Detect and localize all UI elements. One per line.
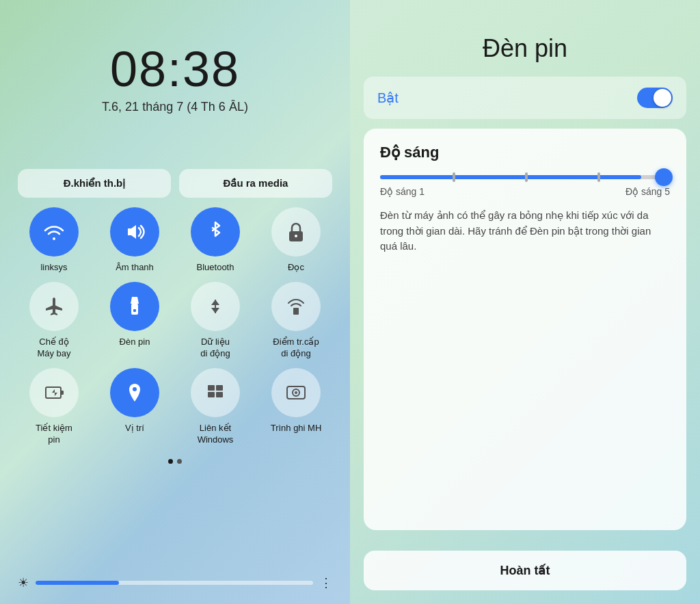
airplane-label: Chế độMáy bay bbox=[37, 337, 70, 360]
media-output-btn[interactable]: Đầu ra media bbox=[179, 169, 332, 198]
data-icon bbox=[203, 294, 228, 319]
wifi-icon bbox=[42, 220, 66, 244]
windows-icon bbox=[203, 380, 228, 405]
more-icon[interactable]: ⋮ bbox=[320, 575, 332, 590]
record-icon bbox=[284, 380, 308, 405]
dot-1 bbox=[168, 459, 173, 464]
battery-btn[interactable] bbox=[29, 368, 79, 417]
windows-btn[interactable] bbox=[191, 368, 240, 417]
bluetooth-icon bbox=[203, 220, 228, 244]
hotspot-cell[interactable]: Điểm tr.cấpdi động bbox=[260, 282, 332, 360]
slider-tick-2 bbox=[525, 172, 528, 182]
slider-max-label: Độ sáng 5 bbox=[625, 186, 670, 197]
brightness-slider[interactable] bbox=[380, 175, 670, 179]
flashlight-cell[interactable]: Đèn pin bbox=[98, 282, 171, 360]
slider-fill bbox=[380, 175, 641, 179]
data-btn[interactable] bbox=[191, 282, 240, 331]
airplane-cell[interactable]: Chế độMáy bay bbox=[18, 282, 90, 360]
svg-rect-10 bbox=[216, 385, 223, 391]
hotspot-icon bbox=[284, 294, 308, 319]
flashlight-btn[interactable] bbox=[110, 282, 159, 331]
record-label: Trình ghi MH bbox=[271, 423, 322, 434]
date: T.6, 21 tháng 7 (4 Th 6 ÂL) bbox=[102, 100, 248, 114]
hotspot-label: Điểm tr.cấpdi động bbox=[273, 337, 319, 360]
flashlight-label: Đèn pin bbox=[120, 337, 150, 348]
bluetooth-cell[interactable]: Bluetooth bbox=[179, 207, 252, 274]
control-center: Đ.khiển th.bị Đầu ra media linksys bbox=[18, 169, 332, 464]
device-control-btn[interactable]: Đ.khiển th.bị bbox=[18, 169, 171, 198]
slider-min-label: Độ sáng 1 bbox=[380, 186, 425, 197]
doc-btn[interactable] bbox=[271, 207, 321, 257]
brightness-bar[interactable]: ☀ ⋮ bbox=[18, 575, 332, 590]
left-panel: 08:38 T.6, 21 tháng 7 (4 Th 6 ÂL) Đ.khiể… bbox=[0, 0, 350, 604]
svg-rect-3 bbox=[133, 309, 136, 312]
brightness-fill bbox=[36, 581, 119, 585]
wifi-cell[interactable]: linksys bbox=[18, 207, 90, 274]
brightness-icon: ☀ bbox=[18, 575, 29, 590]
slider-track bbox=[380, 175, 670, 179]
doc-label: Đọc bbox=[288, 262, 304, 274]
hotspot-btn[interactable] bbox=[271, 282, 321, 331]
record-cell[interactable]: Trình ghi MH bbox=[260, 368, 332, 446]
wifi-btn[interactable] bbox=[29, 207, 79, 257]
brightness-card-title: Độ sáng bbox=[380, 144, 670, 161]
location-icon bbox=[122, 380, 147, 405]
slider-labels: Độ sáng 1 Độ sáng 5 bbox=[380, 186, 670, 197]
sound-label: Âm thanh bbox=[116, 262, 154, 274]
svg-rect-9 bbox=[208, 385, 215, 391]
svg-rect-5 bbox=[293, 308, 299, 315]
location-cell[interactable]: Vị trí bbox=[98, 368, 171, 446]
sound-cell[interactable]: Âm thanh bbox=[98, 207, 171, 274]
clock: 08:38 bbox=[102, 41, 248, 97]
brightness-card: Độ sáng Độ sáng 1 Độ sáng 5 Đèn từ máy ả… bbox=[364, 129, 686, 530]
bluetooth-btn[interactable] bbox=[191, 207, 240, 257]
svg-point-8 bbox=[133, 387, 137, 391]
right-title: Đèn pin bbox=[350, 0, 700, 77]
airplane-icon bbox=[42, 294, 66, 319]
icons-grid: linksys Âm thanh bbox=[18, 207, 332, 445]
location-btn[interactable] bbox=[110, 368, 159, 417]
location-label: Vị trí bbox=[125, 423, 144, 434]
svg-point-1 bbox=[295, 235, 297, 237]
svg-rect-11 bbox=[208, 392, 215, 397]
slider-tick-3 bbox=[597, 172, 600, 182]
doc-cell[interactable]: Đọc bbox=[260, 207, 332, 274]
sound-btn[interactable] bbox=[110, 207, 159, 257]
bluetooth-label: Bluetooth bbox=[197, 262, 234, 274]
battery-icon bbox=[42, 380, 66, 405]
windows-cell[interactable]: Liên kếtWindows bbox=[179, 368, 252, 446]
toggle-switch[interactable] bbox=[637, 88, 673, 108]
battery-label: Tiết kiệmpin bbox=[36, 423, 72, 446]
wifi-label: linksys bbox=[40, 262, 67, 274]
pagination bbox=[18, 459, 332, 464]
warning-text: Đèn từ máy ảnh có thể gây ra bỏng nhẹ kh… bbox=[380, 208, 670, 254]
record-btn[interactable] bbox=[271, 368, 321, 417]
top-buttons: Đ.khiển th.bị Đầu ra media bbox=[18, 169, 332, 198]
svg-point-15 bbox=[295, 391, 297, 394]
dot-2 bbox=[177, 459, 182, 464]
data-label: Dữ liệudi động bbox=[200, 337, 230, 360]
done-button[interactable]: Hoàn tất bbox=[364, 551, 686, 590]
brightness-track[interactable] bbox=[36, 581, 313, 585]
windows-label: Liên kếtWindows bbox=[198, 423, 234, 446]
done-btn-container: Hoàn tất bbox=[350, 540, 700, 604]
svg-rect-7 bbox=[61, 391, 64, 395]
svg-rect-12 bbox=[216, 392, 223, 397]
right-panel: Đèn pin Bật Độ sáng Độ sáng 1 Độ sáng 5 … bbox=[350, 0, 700, 604]
flashlight-icon bbox=[122, 294, 147, 319]
slider-tick-1 bbox=[453, 172, 455, 182]
airplane-btn[interactable] bbox=[29, 282, 79, 331]
data-cell[interactable]: Dữ liệudi động bbox=[179, 282, 252, 360]
slider-thumb[interactable] bbox=[655, 168, 673, 186]
toggle-row: Bật bbox=[364, 77, 686, 119]
lock-icon bbox=[284, 220, 308, 244]
sound-icon bbox=[122, 220, 147, 244]
toggle-label: Bật bbox=[377, 90, 399, 106]
battery-cell[interactable]: Tiết kiệmpin bbox=[18, 368, 90, 446]
toggle-thumb bbox=[654, 89, 671, 107]
time-display: 08:38 T.6, 21 tháng 7 (4 Th 6 ÂL) bbox=[102, 41, 248, 114]
